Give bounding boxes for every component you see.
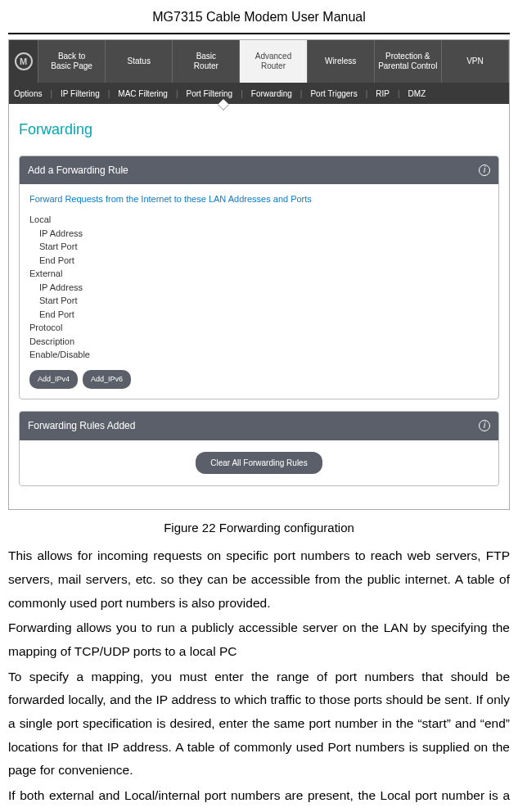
clear-all-rules-button[interactable]: Clear All Forwarding Rules	[196, 452, 322, 474]
nav-basic-router[interactable]: Basic Router	[173, 40, 240, 83]
nav-vpn[interactable]: VPN	[442, 40, 509, 83]
add-ipv6-button[interactable]: Add_IPv6	[83, 370, 131, 389]
logo-icon: M	[15, 52, 33, 70]
field-local-start-port: Start Port	[39, 240, 489, 254]
subnav-port-triggers[interactable]: Port Triggers	[310, 86, 357, 102]
panel-added-header: Forwarding Rules Added i	[20, 412, 498, 440]
page-header: MG7315 Cable Modem User Manual	[8, 0, 510, 34]
nav-wireless[interactable]: Wireless	[308, 40, 375, 83]
paragraph-1: This allows for incoming requests on spe…	[8, 544, 510, 615]
group-local-label: Local	[29, 213, 489, 227]
field-external-end-port: End Port	[39, 308, 489, 322]
panel-add-title: Add a Forwarding Rule	[28, 161, 128, 180]
subnav-rip[interactable]: RIP	[376, 86, 390, 102]
paragraph-3: To specify a mapping, you must enter the…	[8, 665, 510, 783]
add-ipv4-button[interactable]: Add_IPv4	[29, 370, 78, 389]
section-title: Forwarding	[19, 115, 499, 143]
field-local-end-port: End Port	[39, 254, 489, 268]
field-external-start-port: Start Port	[39, 294, 489, 308]
field-protocol: Protocol	[29, 321, 489, 335]
subnav-port-filtering[interactable]: Port Filtering	[187, 86, 233, 102]
form-fields: Local IP Address Start Port End Port Ext…	[29, 213, 489, 362]
panel-add-header: Add a Forwarding Rule i	[20, 156, 498, 185]
subnav-mac-filtering[interactable]: MAC Filtering	[118, 86, 168, 102]
subnav-dmz[interactable]: DMZ	[408, 86, 426, 102]
forward-requests-link[interactable]: Forward Requests from the Internet to th…	[29, 191, 489, 208]
nav-basic-page[interactable]: Back to Basic Page	[38, 40, 106, 83]
info-icon[interactable]: i	[479, 165, 490, 176]
subnav-options[interactable]: Options	[14, 86, 42, 102]
body-text: This allows for incoming requests on spe…	[0, 544, 518, 812]
router-ui-screenshot: M Back to Basic Page Status Basic Router…	[8, 39, 510, 509]
field-external-ip: IP Address	[39, 281, 489, 295]
subnav-ip-filtering[interactable]: IP Filtering	[61, 86, 100, 102]
primary-nav: M Back to Basic Page Status Basic Router…	[9, 40, 509, 83]
panel-forwarding-rules-added: Forwarding Rules Added i Clear All Forwa…	[19, 411, 499, 486]
add-buttons-row: Add_IPv4 Add_IPv6	[29, 370, 489, 389]
panel-add-forwarding-rule: Add a Forwarding Rule i Forward Requests…	[19, 156, 499, 399]
field-description: Description	[29, 335, 489, 349]
field-enable-disable: Enable/Disable	[29, 348, 489, 362]
paragraph-4: If both external and Local/internal port…	[8, 784, 510, 812]
subnav-forwarding[interactable]: Forwarding	[251, 86, 292, 102]
nav-advanced-router[interactable]: Advanced Router	[240, 40, 307, 83]
nav-status[interactable]: Status	[106, 40, 173, 83]
panel-added-body: Clear All Forwarding Rules	[20, 440, 498, 485]
nav-protection[interactable]: Protection & Parental Control	[375, 40, 442, 83]
paragraph-2: Forwarding allows you to run a publicly …	[8, 616, 510, 663]
info-icon[interactable]: i	[479, 420, 490, 431]
figure-caption: Figure 22 Forwarding configuration	[0, 517, 518, 540]
brand-logo: M	[9, 40, 38, 83]
group-external-label: External	[29, 267, 489, 281]
secondary-nav: Options| IP Filtering| MAC Filtering| Po…	[9, 83, 509, 104]
panel-added-title: Forwarding Rules Added	[28, 417, 135, 435]
field-local-ip: IP Address	[39, 227, 489, 241]
content-area: Forwarding Add a Forwarding Rule i Forwa…	[9, 104, 509, 508]
panel-add-body: Forward Requests from the Internet to th…	[20, 184, 498, 398]
